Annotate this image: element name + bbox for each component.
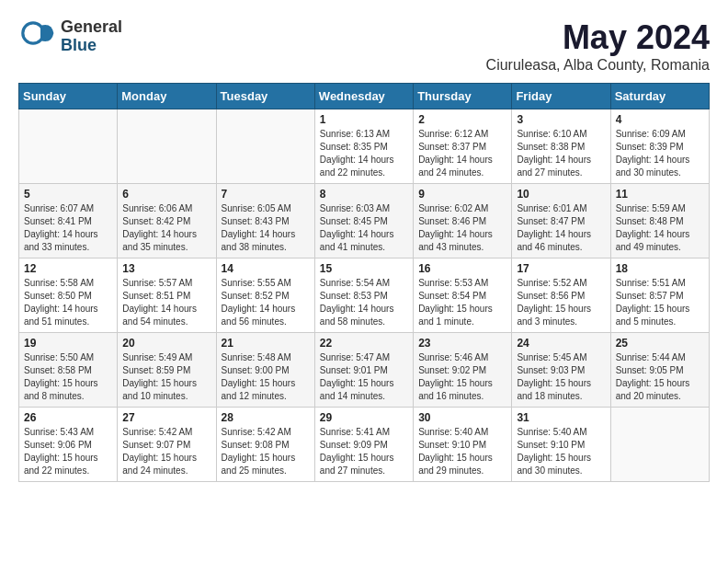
calendar-cell: 12Sunrise: 5:58 AM Sunset: 8:50 PM Dayli… <box>19 259 118 333</box>
calendar-cell: 7Sunrise: 6:05 AM Sunset: 8:43 PM Daylig… <box>216 184 314 259</box>
day-number: 28 <box>222 411 310 424</box>
calendar-cell <box>216 109 314 184</box>
day-number: 7 <box>222 188 310 201</box>
header-row: SundayMondayTuesdayWednesdayThursdayFrid… <box>19 84 710 109</box>
calendar-cell: 16Sunrise: 5:53 AM Sunset: 8:54 PM Dayli… <box>414 259 512 333</box>
logo-general: General <box>61 18 122 37</box>
cell-content: Sunrise: 6:09 AM Sunset: 8:39 PM Dayligh… <box>616 128 704 179</box>
weekday-header: Wednesday <box>314 84 413 109</box>
calendar-cell: 23Sunrise: 5:46 AM Sunset: 9:02 PM Dayli… <box>414 333 512 408</box>
calendar-cell: 20Sunrise: 5:49 AM Sunset: 8:59 PM Dayli… <box>118 333 216 408</box>
cell-content: Sunrise: 6:12 AM Sunset: 8:37 PM Dayligh… <box>418 128 506 179</box>
day-number: 31 <box>517 411 605 424</box>
logo-text: General Blue <box>61 18 122 55</box>
cell-content: Sunrise: 5:49 AM Sunset: 8:59 PM Dayligh… <box>122 351 210 403</box>
calendar-cell: 18Sunrise: 5:51 AM Sunset: 8:57 PM Dayli… <box>610 259 709 333</box>
calendar-cell: 4Sunrise: 6:09 AM Sunset: 8:39 PM Daylig… <box>610 109 709 184</box>
weekday-header: Tuesday <box>216 84 314 109</box>
day-number: 9 <box>418 188 506 201</box>
day-number: 16 <box>418 262 506 275</box>
calendar-week-row: 12Sunrise: 5:58 AM Sunset: 8:50 PM Dayli… <box>19 259 710 333</box>
title-block: May 2024 Ciuruleasa, Alba County, Romani… <box>486 18 710 74</box>
cell-content: Sunrise: 5:54 AM Sunset: 8:53 PM Dayligh… <box>320 277 408 328</box>
calendar-cell: 31Sunrise: 5:40 AM Sunset: 9:10 PM Dayli… <box>512 408 610 482</box>
logo: General Blue <box>18 18 122 55</box>
day-number: 10 <box>517 188 605 201</box>
main-title: May 2024 <box>486 18 710 57</box>
calendar-cell: 19Sunrise: 5:50 AM Sunset: 8:58 PM Dayli… <box>19 333 118 408</box>
cell-content: Sunrise: 5:58 AM Sunset: 8:50 PM Dayligh… <box>24 277 112 328</box>
cell-content: Sunrise: 5:44 AM Sunset: 9:05 PM Dayligh… <box>616 351 704 403</box>
cell-content: Sunrise: 5:52 AM Sunset: 8:56 PM Dayligh… <box>517 277 605 328</box>
cell-content: Sunrise: 6:10 AM Sunset: 8:38 PM Dayligh… <box>517 128 605 179</box>
cell-content: Sunrise: 5:55 AM Sunset: 8:52 PM Dayligh… <box>222 277 310 328</box>
cell-content: Sunrise: 6:13 AM Sunset: 8:35 PM Dayligh… <box>320 128 408 179</box>
cell-content: Sunrise: 5:48 AM Sunset: 9:00 PM Dayligh… <box>222 351 310 403</box>
logo-icon <box>18 18 55 55</box>
cell-content: Sunrise: 5:53 AM Sunset: 8:54 PM Dayligh… <box>418 277 506 328</box>
cell-content: Sunrise: 5:42 AM Sunset: 9:08 PM Dayligh… <box>222 426 310 477</box>
cell-content: Sunrise: 5:59 AM Sunset: 8:48 PM Dayligh… <box>616 202 704 254</box>
day-number: 1 <box>320 113 408 126</box>
weekday-header: Saturday <box>610 84 709 109</box>
cell-content: Sunrise: 6:05 AM Sunset: 8:43 PM Dayligh… <box>222 202 310 254</box>
cell-content: Sunrise: 5:40 AM Sunset: 9:10 PM Dayligh… <box>418 426 506 477</box>
calendar-cell: 2Sunrise: 6:12 AM Sunset: 8:37 PM Daylig… <box>414 109 512 184</box>
calendar-cell: 8Sunrise: 6:03 AM Sunset: 8:45 PM Daylig… <box>314 184 413 259</box>
day-number: 8 <box>320 188 408 201</box>
calendar-cell: 26Sunrise: 5:43 AM Sunset: 9:06 PM Dayli… <box>19 408 118 482</box>
subtitle: Ciuruleasa, Alba County, Romania <box>486 57 710 74</box>
weekday-header: Sunday <box>19 84 118 109</box>
day-number: 19 <box>24 337 112 350</box>
cell-content: Sunrise: 5:45 AM Sunset: 9:03 PM Dayligh… <box>517 351 605 403</box>
day-number: 6 <box>122 188 210 201</box>
calendar-cell: 1Sunrise: 6:13 AM Sunset: 8:35 PM Daylig… <box>314 109 413 184</box>
day-number: 26 <box>24 411 112 424</box>
day-number: 24 <box>517 337 605 350</box>
calendar-cell <box>610 408 709 482</box>
calendar-cell: 10Sunrise: 6:01 AM Sunset: 8:47 PM Dayli… <box>512 184 610 259</box>
calendar-cell: 27Sunrise: 5:42 AM Sunset: 9:07 PM Dayli… <box>118 408 216 482</box>
page-header: General Blue May 2024 Ciuruleasa, Alba C… <box>18 18 710 74</box>
cell-content: Sunrise: 6:06 AM Sunset: 8:42 PM Dayligh… <box>122 202 210 254</box>
calendar-cell: 17Sunrise: 5:52 AM Sunset: 8:56 PM Dayli… <box>512 259 610 333</box>
calendar-cell: 22Sunrise: 5:47 AM Sunset: 9:01 PM Dayli… <box>314 333 413 408</box>
day-number: 15 <box>320 262 408 275</box>
day-number: 14 <box>222 262 310 275</box>
calendar-cell: 29Sunrise: 5:41 AM Sunset: 9:09 PM Dayli… <box>314 408 413 482</box>
calendar-body: 1Sunrise: 6:13 AM Sunset: 8:35 PM Daylig… <box>19 109 710 482</box>
day-number: 22 <box>320 337 408 350</box>
calendar-cell: 5Sunrise: 6:07 AM Sunset: 8:41 PM Daylig… <box>19 184 118 259</box>
day-number: 4 <box>616 113 704 126</box>
day-number: 30 <box>418 411 506 424</box>
cell-content: Sunrise: 5:40 AM Sunset: 9:10 PM Dayligh… <box>517 426 605 477</box>
calendar-week-row: 19Sunrise: 5:50 AM Sunset: 8:58 PM Dayli… <box>19 333 710 408</box>
calendar-cell: 21Sunrise: 5:48 AM Sunset: 9:00 PM Dayli… <box>216 333 314 408</box>
weekday-header: Friday <box>512 84 610 109</box>
calendar-cell: 11Sunrise: 5:59 AM Sunset: 8:48 PM Dayli… <box>610 184 709 259</box>
cell-content: Sunrise: 5:41 AM Sunset: 9:09 PM Dayligh… <box>320 426 408 477</box>
calendar-cell: 30Sunrise: 5:40 AM Sunset: 9:10 PM Dayli… <box>414 408 512 482</box>
calendar-cell: 13Sunrise: 5:57 AM Sunset: 8:51 PM Dayli… <box>118 259 216 333</box>
calendar-cell: 9Sunrise: 6:02 AM Sunset: 8:46 PM Daylig… <box>414 184 512 259</box>
cell-content: Sunrise: 6:01 AM Sunset: 8:47 PM Dayligh… <box>517 202 605 254</box>
logo-blue: Blue <box>61 37 122 55</box>
day-number: 3 <box>517 113 605 126</box>
day-number: 23 <box>418 337 506 350</box>
day-number: 29 <box>320 411 408 424</box>
cell-content: Sunrise: 5:42 AM Sunset: 9:07 PM Dayligh… <box>122 426 210 477</box>
day-number: 20 <box>122 337 210 350</box>
cell-content: Sunrise: 5:46 AM Sunset: 9:02 PM Dayligh… <box>418 351 506 403</box>
cell-content: Sunrise: 5:47 AM Sunset: 9:01 PM Dayligh… <box>320 351 408 403</box>
cell-content: Sunrise: 5:57 AM Sunset: 8:51 PM Dayligh… <box>122 277 210 328</box>
calendar-table: SundayMondayTuesdayWednesdayThursdayFrid… <box>18 83 710 482</box>
calendar-cell <box>19 109 118 184</box>
calendar-cell: 14Sunrise: 5:55 AM Sunset: 8:52 PM Dayli… <box>216 259 314 333</box>
calendar-cell: 15Sunrise: 5:54 AM Sunset: 8:53 PM Dayli… <box>314 259 413 333</box>
cell-content: Sunrise: 5:50 AM Sunset: 8:58 PM Dayligh… <box>24 351 112 403</box>
cell-content: Sunrise: 5:43 AM Sunset: 9:06 PM Dayligh… <box>24 426 112 477</box>
calendar-week-row: 26Sunrise: 5:43 AM Sunset: 9:06 PM Dayli… <box>19 408 710 482</box>
day-number: 2 <box>418 113 506 126</box>
cell-content: Sunrise: 6:07 AM Sunset: 8:41 PM Dayligh… <box>24 202 112 254</box>
calendar-cell <box>118 109 216 184</box>
